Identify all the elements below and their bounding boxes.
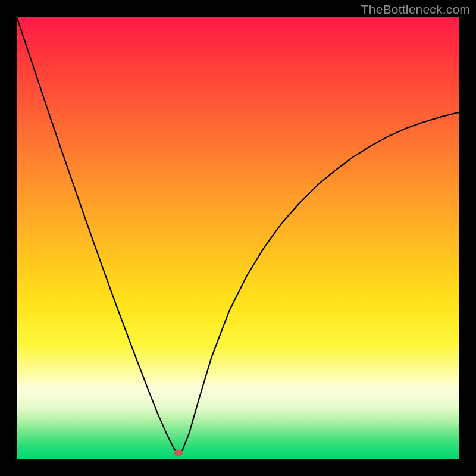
plot-area	[17, 17, 459, 459]
optimum-marker	[174, 449, 183, 456]
bottleneck-curve	[17, 17, 459, 459]
watermark-text: TheBottleneck.com	[361, 2, 470, 17]
